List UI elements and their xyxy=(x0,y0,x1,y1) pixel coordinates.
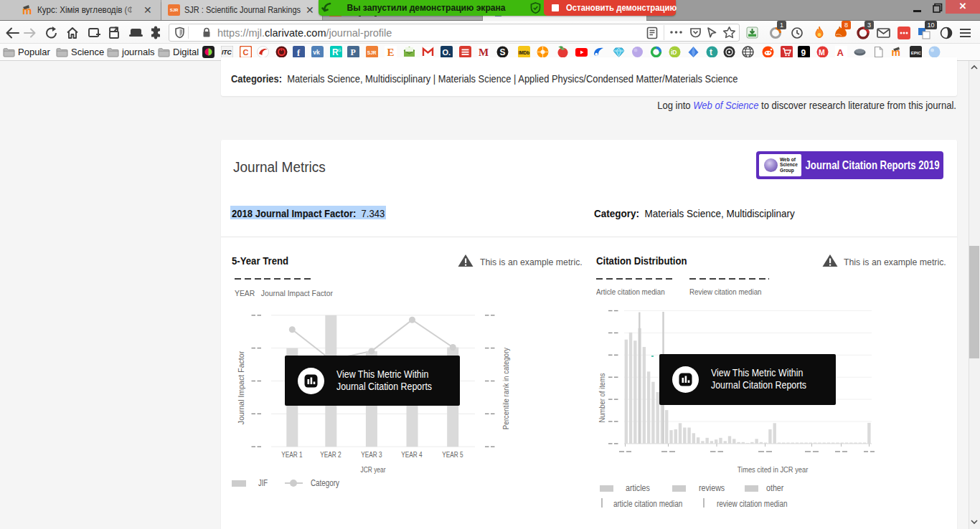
svg-text:9: 9 xyxy=(801,48,806,58)
svg-text:vk: vk xyxy=(313,49,320,56)
svg-text:iD: iD xyxy=(671,49,677,56)
svg-text:P: P xyxy=(351,47,356,57)
svg-text:ITC: ITC xyxy=(222,49,232,56)
svg-text:t: t xyxy=(710,47,712,57)
svg-text:M: M xyxy=(819,48,825,57)
svg-text:M: M xyxy=(479,47,489,58)
svg-text:E: E xyxy=(387,47,395,58)
svg-text:IMDb: IMDb xyxy=(519,50,530,55)
svg-text:G: G xyxy=(338,48,341,52)
svg-text:SJR: SJR xyxy=(367,50,377,55)
svg-text:A: A xyxy=(837,47,844,58)
svg-text:O.: O. xyxy=(443,48,451,57)
svg-text:EPIC: EPIC xyxy=(911,51,922,55)
svg-text:C: C xyxy=(243,48,249,57)
svg-text:S: S xyxy=(500,47,506,57)
